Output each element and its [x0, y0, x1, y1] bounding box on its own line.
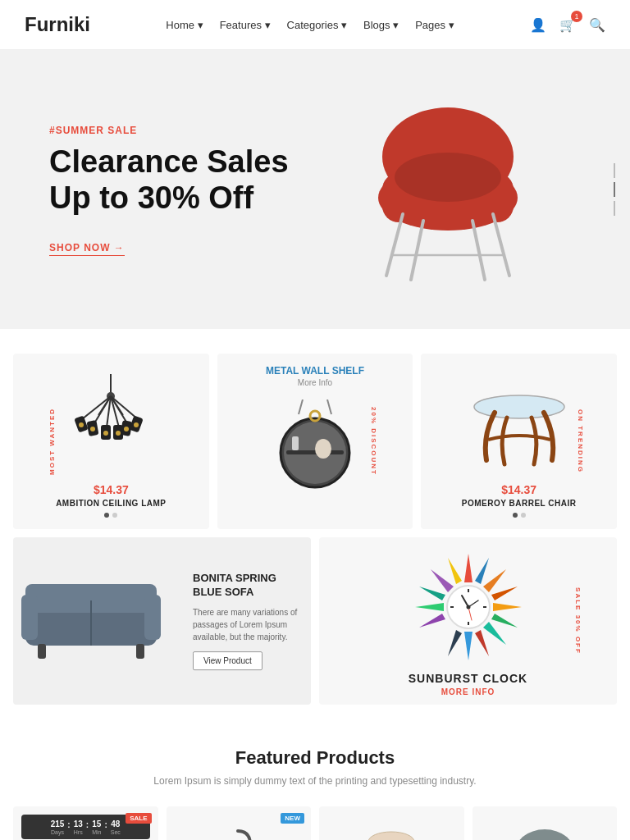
shelf-title: METAL WALL SHELF [229, 365, 402, 377]
hrs-label: Hrs [74, 829, 83, 835]
svg-point-27 [103, 431, 108, 436]
svg-marker-52 [483, 622, 506, 645]
discount-tag: 20% DISCOUNT [370, 407, 377, 476]
svg-marker-53 [483, 569, 506, 592]
products-grid: MOST WANTED [13, 354, 617, 529]
sale-badge: SALE [126, 813, 151, 824]
sale-tag: SALE 30% OFF [575, 587, 582, 655]
svg-point-28 [116, 431, 121, 436]
svg-rect-43 [144, 595, 161, 640]
shelf-more-info[interactable]: More Info [229, 378, 402, 387]
svg-point-37 [315, 439, 331, 459]
countdown-days: 215 [51, 819, 65, 829]
svg-marker-62 [475, 630, 489, 656]
days-label: Days [51, 829, 64, 835]
svg-point-3 [395, 153, 501, 202]
svg-marker-56 [475, 558, 489, 584]
svg-marker-51 [431, 569, 454, 592]
countdown-min: 15 [92, 819, 101, 829]
svg-point-39 [474, 395, 564, 418]
svg-rect-35 [286, 450, 344, 454]
wide-row: BONITA SPRING BLUE SOFA There are many v… [13, 537, 617, 705]
svg-marker-57 [419, 587, 445, 600]
products-section: MOST WANTED [0, 329, 630, 718]
sofa-card: BONITA SPRING BLUE SOFA There are many v… [13, 537, 311, 705]
sunburst-title: SUNBURST CLOCK [409, 672, 527, 685]
svg-line-31 [299, 399, 303, 414]
hero-title: Clearance Sales Up to 30% Off [49, 144, 315, 216]
cart-badge: 1 [571, 11, 582, 22]
svg-line-7 [472, 221, 485, 280]
product-card-chair: ON TRENDING $14.37 POMEROY BARREL CHAIR [421, 354, 617, 529]
svg-marker-60 [491, 614, 518, 628]
svg-rect-46 [136, 644, 144, 659]
hero-image [315, 91, 581, 288]
svg-point-26 [90, 427, 95, 431]
svg-marker-50 [493, 603, 522, 611]
lamp-name: AMBITION CEILING LAMP [25, 499, 198, 508]
nav-pages[interactable]: Pages ▾ [415, 19, 454, 31]
svg-point-71 [466, 605, 470, 609]
user-icon[interactable]: 👤 [530, 17, 546, 33]
featured-grid: SALE 215Days : 13Hrs : 15Min : 48Sec [13, 806, 617, 840]
chair-dots [432, 513, 605, 518]
countdown-hrs: 13 [74, 819, 83, 829]
svg-line-14 [111, 396, 119, 427]
most-wanted-tag: MOST WANTED [48, 408, 56, 475]
featured-card-4 [472, 806, 618, 840]
product-card-shelf: METAL WALL SHELF More Info [217, 354, 413, 529]
svg-point-25 [79, 422, 84, 427]
sunburst-card: SUNBURST CLOCK MORE INFO SALE 30% OFF [319, 537, 617, 705]
nav-features[interactable]: Features ▾ [220, 19, 271, 31]
svg-rect-36 [292, 436, 299, 450]
min-label: Min [92, 829, 101, 835]
svg-rect-45 [38, 644, 46, 659]
view-product-button[interactable]: View Product [193, 651, 262, 670]
chair-illustration [358, 99, 538, 288]
sunburst-more-info[interactable]: MORE INFO [441, 687, 495, 696]
nav-links: Home ▾ Features ▾ Categories ▾ Blogs ▾ P… [166, 19, 454, 31]
sofa-text: BONITA SPRING BLUE SOFA There are many v… [193, 572, 299, 670]
nav-blogs[interactable]: Blogs ▾ [363, 19, 399, 31]
nav-categories[interactable]: Categories ▾ [287, 19, 347, 31]
svg-point-83 [514, 829, 576, 840]
product-card-lamp: MOST WANTED [13, 354, 209, 529]
countdown-sec: 48 [111, 819, 121, 829]
svg-line-4 [386, 214, 403, 276]
chair-price: $14.37 [432, 483, 605, 496]
featured-title: Featured Products [13, 747, 617, 769]
chair-name: POMEROY BARREL CHAIR [432, 499, 605, 508]
featured-card-1: SALE 215Days : 13Hrs : 15Min : 48Sec [13, 806, 158, 840]
svg-marker-54 [431, 622, 454, 645]
sunburst-clock-image [407, 546, 530, 669]
svg-line-16 [111, 396, 138, 419]
hero-section: #SUMMER SALE Clearance Sales Up to 30% O… [0, 50, 630, 329]
lamp-dots [25, 513, 198, 518]
svg-marker-58 [419, 614, 445, 628]
svg-line-11 [82, 396, 111, 419]
sofa-desc: There are many variations of passages of… [193, 606, 299, 643]
search-icon[interactable]: 🔍 [589, 17, 605, 33]
sec-label: Sec [111, 829, 121, 835]
svg-line-32 [327, 399, 331, 414]
featured-section: Featured Products Lorem Ipsum is simply … [0, 718, 630, 840]
svg-marker-49 [415, 603, 444, 611]
nav-icons: 👤 🛒1 🔍 [530, 17, 605, 33]
featured-card-3 [319, 806, 464, 840]
hero-cta[interactable]: SHOP NOW → [49, 242, 125, 256]
svg-marker-48 [464, 632, 472, 660]
nav-logo[interactable]: Furniki [25, 13, 90, 36]
new-badge: NEW [281, 813, 304, 824]
svg-marker-61 [448, 630, 462, 656]
svg-marker-55 [448, 558, 462, 584]
cart-icon[interactable]: 🛒1 [559, 17, 576, 33]
featured-subtitle: Lorem Ipsum is simply dummy text of the … [13, 775, 617, 787]
lamp-price: $14.37 [25, 483, 198, 496]
navbar: Furniki Home ▾ Features ▾ Categories ▾ B… [0, 0, 630, 50]
nav-home[interactable]: Home ▾ [166, 19, 203, 31]
on-trending-tag: ON TRENDING [577, 409, 584, 473]
svg-marker-59 [491, 587, 518, 600]
svg-rect-42 [21, 595, 38, 640]
svg-line-6 [411, 221, 423, 280]
svg-line-5 [493, 214, 509, 276]
